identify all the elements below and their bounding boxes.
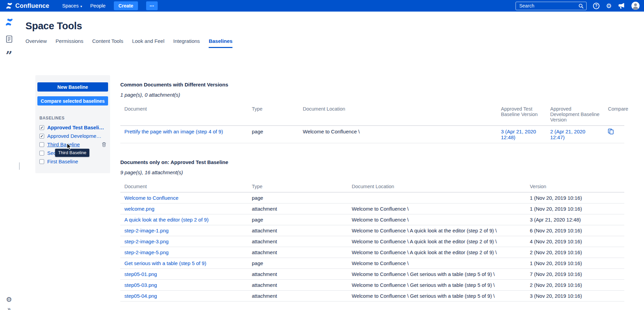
version-cell: 3 (Nov 20, 2019 10:16) — [526, 291, 624, 301]
baseline-checkbox[interactable]: ✓ — [39, 134, 44, 138]
column-header: Approved Development Baseline Version — [546, 103, 604, 126]
type-cell: attachment — [248, 236, 348, 247]
document-cell-link[interactable]: step05-01.png — [124, 271, 157, 277]
column-header: Type — [248, 181, 348, 192]
document-cell-link[interactable]: welcome.png — [124, 206, 154, 212]
space-tools-tabs: OverviewPermissionsContent ToolsLook and… — [25, 38, 232, 48]
baseline-link[interactable]: Third Baseline — [47, 142, 80, 147]
type-cell: page — [248, 214, 348, 225]
location-cell: Welcome to Confluence \ A quick look at … — [348, 236, 526, 247]
collapse-sidebar-icon[interactable]: » — [7, 306, 11, 310]
sidebar-resize-handle[interactable] — [19, 162, 20, 170]
location-cell: Welcome to Confluence \ Get serious with… — [348, 269, 526, 280]
location-cell — [348, 192, 526, 203]
version-cell: 1 (Nov 20, 2019 10:16) — [526, 192, 624, 203]
document-cell-link[interactable]: step-2-image-1.png — [124, 228, 169, 233]
baseline-checkbox[interactable] — [39, 159, 44, 164]
type-cell: page — [248, 126, 299, 143]
type-cell: page — [248, 192, 348, 203]
help-icon[interactable]: ? — [593, 3, 599, 9]
tab-baselines[interactable]: Baselines — [209, 38, 232, 48]
more-button[interactable]: ••• — [146, 1, 158, 10]
tab-look-and-feel[interactable]: Look and Feel — [132, 38, 164, 48]
column-header: Type — [248, 103, 299, 126]
search-input[interactable] — [519, 3, 576, 9]
baseline-checkbox[interactable] — [39, 151, 44, 156]
create-button[interactable]: Create — [114, 1, 138, 10]
table-row: step-2-image-3.pngattachmentWelcome to C… — [120, 236, 624, 247]
document-cell: welcome.png — [120, 203, 248, 214]
version-cell: 1 (Nov 20, 2019 10:16) — [526, 258, 624, 269]
compare-icon[interactable] — [608, 129, 614, 134]
version-cell: 3 (Apr 21, 2020 12:48) — [526, 214, 624, 225]
version-cell: 2 (Nov 20, 2019 10:16) — [526, 280, 624, 291]
only-on-summary: 9 page(s), 16 attachment(s) — [120, 169, 624, 175]
space-settings-gear-icon[interactable]: ⚙ — [6, 296, 12, 303]
search-icon[interactable] — [578, 3, 584, 10]
document-cell-link[interactable]: step05-03.png — [124, 282, 157, 288]
table-row: A quick look at the editor (step 2 of 9)… — [120, 214, 624, 225]
document-cell-link[interactable]: Welcome to Confluence — [124, 195, 178, 201]
compare-baselines-button[interactable]: Compare selected baselines — [37, 96, 108, 105]
document-cell-link[interactable]: Prettify the page with an image (step 4 … — [124, 129, 223, 134]
table-row: Prettify the page with an image (step 4 … — [120, 126, 624, 143]
spaces-menu[interactable]: Spaces ▾ — [62, 3, 82, 9]
top-navbar: Confluence Spaces ▾ People Create ••• ? … — [0, 0, 644, 12]
space-logo-icon[interactable] — [5, 18, 14, 27]
version-cell: 6 (Nov 20, 2019 10:16) — [526, 225, 624, 236]
navbar-right: ? ⚙ — [516, 1, 640, 10]
page-title: Space Tools — [25, 20, 82, 32]
baseline-link[interactable]: Approved Test Baseli… — [47, 125, 104, 130]
gear-icon[interactable]: ⚙ — [606, 3, 612, 9]
tab-content-tools[interactable]: Content Tools — [92, 38, 123, 48]
confluence-home-link[interactable]: Confluence — [5, 2, 49, 10]
search-box[interactable] — [516, 2, 587, 10]
type-cell: attachment — [248, 247, 348, 258]
tab-overview[interactable]: Overview — [25, 38, 47, 48]
table-row: step05-01.pngattachmentWelcome to Conflu… — [120, 269, 624, 280]
delete-baseline-icon[interactable] — [102, 142, 106, 147]
version-cell: 7 (Nov 20, 2019 10:16) — [526, 269, 624, 280]
version-cell: 4 (Nov 20, 2019 10:16) — [526, 236, 624, 247]
location-cell: Welcome to Confluence \ Get serious with… — [348, 280, 526, 291]
document-cell: step-2-image-5.png — [120, 247, 248, 258]
tab-integrations[interactable]: Integrations — [173, 38, 200, 48]
pages-icon[interactable] — [6, 35, 13, 43]
avatar[interactable] — [631, 1, 640, 10]
baseline-checkbox[interactable]: ✓ — [39, 125, 44, 130]
tab-permissions[interactable]: Permissions — [56, 38, 84, 48]
document-cell: Get serious with a table (step 5 of 9) — [120, 258, 248, 269]
document-cell: step-2-image-3.png — [120, 236, 248, 247]
sidebar-top-icons: ” — [5, 18, 14, 59]
brand-name: Confluence — [15, 2, 49, 10]
location-cell: Welcome to Confluence \ — [299, 126, 497, 143]
document-cell-link[interactable]: step05-04.png — [124, 293, 157, 299]
spaces-label: Spaces — [62, 3, 79, 9]
test-baseline-version-cell-link[interactable]: 3 (Apr 21, 2020 12:48) — [501, 129, 536, 140]
people-link[interactable]: People — [90, 3, 105, 9]
baseline-item: ✓Approved Test Baseli… — [37, 123, 108, 132]
document-cell-link[interactable]: A quick look at the editor (step 2 of 9) — [124, 217, 209, 223]
document-cell-link[interactable]: Get serious with a table (step 5 of 9) — [124, 260, 206, 266]
blog-quote-icon[interactable]: ” — [6, 52, 13, 59]
document-cell-link[interactable]: step-2-image-3.png — [124, 239, 169, 244]
dev-baseline-version-cell-link[interactable]: 2 (Apr 21, 2020 12:47) — [550, 129, 585, 140]
baseline-link[interactable]: Approved Developme… — [47, 133, 101, 139]
table-row: step05-04.pngattachmentWelcome to Conflu… — [120, 291, 624, 301]
column-header: Document — [120, 103, 248, 126]
test-baseline-version-cell: 3 (Apr 21, 2020 12:48) — [497, 126, 546, 143]
document-cell: step-2-image-1.png — [120, 225, 248, 236]
left-sidebar: ” ⚙ » — [0, 12, 18, 310]
document-cell-link[interactable]: step-2-image-5.png — [124, 249, 169, 255]
new-baseline-button[interactable]: New Baseline — [37, 82, 108, 92]
column-header: Version — [526, 181, 624, 192]
baseline-checkbox[interactable] — [39, 142, 44, 147]
megaphone-icon[interactable] — [618, 3, 625, 9]
location-cell: Welcome to Confluence \ A quick look at … — [348, 225, 526, 236]
table-row: welcome.pngattachmentWelcome to Confluen… — [120, 203, 624, 214]
document-cell: step05-03.png — [120, 280, 248, 291]
baseline-item: ✓Approved Developme… — [37, 132, 108, 140]
only-on-table: DocumentTypeDocument LocationVersionWelc… — [120, 181, 624, 301]
baseline-link[interactable]: First Baseline — [47, 159, 78, 164]
document-cell: A quick look at the editor (step 2 of 9) — [120, 214, 248, 225]
